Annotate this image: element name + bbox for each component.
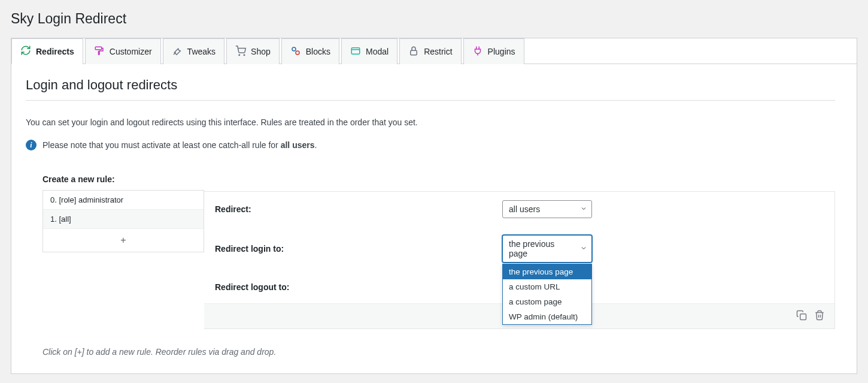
paint-roller-icon (94, 46, 105, 58)
note-text: Please note that you must activate at le… (43, 140, 317, 150)
tab-label: Modal (366, 47, 389, 56)
dropdown-option[interactable]: the previous page (503, 264, 591, 279)
rule-item[interactable]: 0. [role] administrator (43, 191, 204, 210)
dropdown-option[interactable]: a custom URL (503, 279, 591, 294)
tab-label: Customizer (110, 47, 152, 56)
copy-icon[interactable] (796, 310, 807, 322)
lock-icon (408, 46, 419, 58)
plug-icon (472, 46, 483, 58)
note-row: i Please note that you must activate at … (26, 140, 835, 150)
redirect-login-dropdown: the previous page a custom URL a custom … (502, 264, 592, 325)
section-title: Login and logout redirects (26, 77, 835, 93)
svg-point-2 (244, 55, 245, 56)
svg-point-1 (239, 55, 240, 56)
redirect-select[interactable]: all users (502, 200, 592, 218)
redirect-login-select[interactable]: the previous page (502, 235, 592, 263)
svg-rect-8 (800, 314, 806, 320)
divider (26, 100, 835, 101)
tab-shop[interactable]: Shop (226, 38, 280, 64)
modal-icon (350, 46, 361, 58)
tab-label: Tweaks (187, 47, 216, 56)
rule-form: Redirect: all users Redirect login to: t… (204, 191, 835, 329)
redirect-logout-label: Redirect logout to: (215, 282, 502, 292)
tab-restrict[interactable]: Restrict (399, 38, 461, 64)
tab-customizer[interactable]: Customizer (85, 38, 161, 64)
trash-icon[interactable] (814, 310, 825, 322)
tab-bar: Redirects Customizer Tweaks Shop (11, 38, 857, 64)
page-title: Sky Login Redirect (11, 11, 857, 27)
tab-label: Restrict (424, 47, 452, 56)
add-rule-button[interactable]: + (43, 229, 204, 252)
hint-text: Click on [+] to add a new rule. Reorder … (26, 347, 835, 357)
tools-icon (172, 46, 183, 58)
refresh-icon (20, 45, 31, 58)
info-icon: i (26, 140, 37, 150)
note-suffix: . (315, 140, 317, 150)
content-area: Login and logout redirects You can set y… (11, 64, 857, 373)
tab-label: Blocks (306, 47, 330, 56)
svg-rect-7 (411, 50, 417, 55)
svg-point-4 (296, 51, 299, 55)
svg-rect-5 (351, 47, 360, 54)
tab-label: Redirects (36, 47, 74, 56)
tab-label: Shop (251, 47, 271, 56)
redirect-label: Redirect: (215, 204, 502, 214)
tab-tweaks[interactable]: Tweaks (163, 38, 224, 64)
intro-text: You can set your login and logout redire… (26, 116, 835, 129)
tab-modal[interactable]: Modal (341, 38, 397, 64)
dropdown-option[interactable]: WP admin (default) (503, 309, 591, 324)
tab-plugins[interactable]: Plugins (463, 38, 524, 64)
tab-blocks[interactable]: Blocks (281, 38, 339, 64)
svg-point-3 (292, 47, 296, 51)
dropdown-option[interactable]: a custom page (503, 294, 591, 309)
blocks-icon (290, 46, 301, 58)
tab-redirects[interactable]: Redirects (11, 38, 83, 64)
note-prefix: Please note that you must activate at le… (43, 140, 281, 150)
redirect-login-label: Redirect login to: (215, 244, 502, 254)
rule-item[interactable]: 1. [all] (43, 210, 204, 229)
tab-label: Plugins (488, 47, 515, 56)
main-panel: Redirects Customizer Tweaks Shop (11, 38, 857, 374)
cart-icon (235, 46, 246, 58)
rules-list: 0. [role] administrator 1. [all] + (43, 190, 204, 252)
svg-rect-0 (95, 47, 102, 50)
note-bold: all users (281, 140, 315, 150)
rules-label: Create a new rule: (43, 174, 204, 184)
